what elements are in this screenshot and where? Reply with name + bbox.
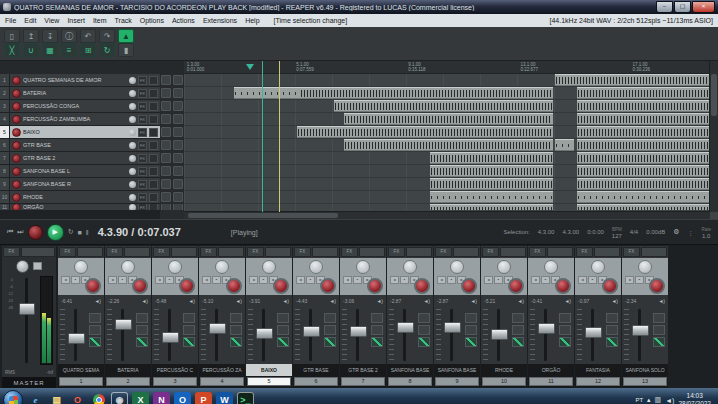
mute-button[interactable]: [161, 88, 171, 98]
track-header[interactable]: BATERIAFX: [10, 87, 160, 99]
record-button[interactable]: [28, 225, 43, 240]
width-button[interactable]: ◂: [531, 276, 540, 284]
fx-slot[interactable]: [218, 247, 244, 257]
fx-button[interactable]: FX: [435, 247, 452, 257]
io-button[interactable]: [465, 313, 477, 323]
pan-knob[interactable]: [129, 155, 136, 162]
title-bar[interactable]: QUATRO SEMANAS DE AMOR - TARCISIO DO ACO…: [0, 0, 718, 14]
volume-fader[interactable]: [444, 322, 461, 333]
width-button[interactable]: ◂: [390, 276, 399, 284]
menu-file[interactable]: File: [5, 17, 16, 24]
pan-knob[interactable]: [638, 260, 652, 274]
audio-item[interactable]: [555, 74, 710, 86]
channel-number[interactable]: 4: [200, 377, 244, 386]
track-row[interactable]: 9SANFONA BASE RFX: [0, 178, 160, 190]
volume-fader[interactable]: [350, 326, 367, 337]
timeline-ruler[interactable]: 1.3.000:01.0005.1.000:07.5599.1.000:15.1…: [184, 61, 718, 74]
record-arm-button[interactable]: [649, 278, 665, 294]
channel-number[interactable]: 3: [153, 377, 197, 386]
io-button[interactable]: [418, 313, 430, 323]
mute-button[interactable]: [161, 101, 171, 111]
pan-knob[interactable]: [129, 129, 136, 136]
width-button[interactable]: ◂: [202, 276, 211, 284]
solo-button[interactable]: [173, 192, 183, 202]
envelope-button[interactable]: [136, 337, 148, 347]
fx-button[interactable]: FX: [138, 102, 147, 111]
repeat-button[interactable]: ↻: [68, 228, 74, 236]
width-button[interactable]: ◂: [437, 276, 446, 284]
fx-button[interactable]: FX: [138, 154, 147, 163]
selection-end[interactable]: 4.3.00: [562, 229, 579, 235]
phase-button[interactable]: [606, 325, 618, 335]
vertical-scrollbar[interactable]: [709, 61, 718, 212]
solo-button[interactable]: [173, 75, 183, 85]
menu-options[interactable]: Options: [140, 17, 164, 24]
record-arm-icon[interactable]: [12, 128, 21, 137]
volume-fader[interactable]: [209, 323, 226, 334]
record-arm-icon[interactable]: [12, 115, 21, 124]
pan-knob[interactable]: [215, 260, 229, 274]
track-row[interactable]: 3PERCUSSÃO CONGAFX: [0, 100, 160, 112]
fx-button[interactable]: FX: [529, 247, 546, 257]
close-button[interactable]: ×: [692, 1, 715, 13]
record-arm-icon[interactable]: [12, 76, 21, 85]
mute-button[interactable]: [161, 166, 171, 176]
fx-slot[interactable]: [406, 247, 432, 257]
fx-button[interactable]: FX: [138, 193, 147, 202]
track-header[interactable]: ORGÃOFX: [10, 204, 160, 210]
fx-button[interactable]: FX: [59, 247, 76, 257]
phase-button[interactable]: [371, 325, 383, 335]
audio-item[interactable]: [334, 100, 553, 112]
audio-item[interactable]: [430, 152, 554, 164]
record-arm-button[interactable]: [414, 278, 430, 294]
fx-slot[interactable]: [453, 247, 479, 257]
master-pan-knob[interactable]: [16, 260, 29, 273]
record-arm-button[interactable]: [226, 278, 242, 294]
fx-button[interactable]: FX: [388, 247, 405, 257]
record-arm-button[interactable]: [555, 278, 571, 294]
width-button[interactable]: ▪: [541, 276, 550, 284]
time-selection-marker[interactable]: [246, 64, 254, 70]
pan-knob[interactable]: [591, 260, 605, 274]
io-button[interactable]: [149, 128, 158, 137]
track-header[interactable]: PERCUSSÃO ZAMBUMBAFX: [10, 113, 160, 125]
envelope-button[interactable]: [324, 337, 336, 347]
master-fx-slot[interactable]: [21, 247, 55, 257]
audio-item[interactable]: [577, 204, 710, 210]
track-row[interactable]: 5BAIXOFX: [0, 126, 160, 138]
fx-slot[interactable]: [124, 247, 150, 257]
mute-button[interactable]: [161, 127, 171, 137]
pan-knob[interactable]: [129, 181, 136, 188]
lock-icon[interactable]: ▮: [118, 43, 134, 57]
phase-button[interactable]: [653, 325, 665, 335]
pan-knob[interactable]: [129, 77, 136, 84]
pan-knob[interactable]: [129, 142, 136, 149]
record-arm-icon[interactable]: [12, 193, 21, 202]
audio-item[interactable]: [430, 178, 554, 190]
envelope-button[interactable]: [418, 337, 430, 347]
snap-icon[interactable]: ∪: [23, 43, 39, 57]
transport-menu-icon[interactable]: ⋮: [687, 229, 693, 236]
envelope-button[interactable]: [465, 337, 477, 347]
network-icon[interactable]: ▥: [655, 396, 662, 404]
width-button[interactable]: ◂: [155, 276, 164, 284]
master-strip[interactable]: FX 0-6-12-24-48 RMS -inf MASTER: [2, 246, 56, 388]
save-project-icon[interactable]: ↧: [42, 29, 58, 43]
speaker-icon[interactable]: ◄): [235, 298, 242, 304]
width-button[interactable]: ▪: [588, 276, 597, 284]
metronome-icon[interactable]: ▲: [118, 29, 134, 43]
record-arm-button[interactable]: [132, 278, 148, 294]
fx-button[interactable]: FX: [138, 180, 147, 189]
audio-item[interactable]: [577, 178, 710, 190]
fx-button[interactable]: FX: [576, 247, 593, 257]
pan-knob[interactable]: [168, 260, 182, 274]
track-header[interactable]: GTR BASE 2FX: [10, 152, 160, 164]
ripple-edit-icon[interactable]: ≡: [61, 43, 77, 57]
envelope-button[interactable]: [606, 337, 618, 347]
terminal-icon[interactable]: >_: [237, 392, 254, 404]
track-row[interactable]: 8SANFONA BASE LFX: [0, 165, 160, 177]
width-button[interactable]: ▪: [118, 276, 127, 284]
track-header[interactable]: RHODEFX: [10, 191, 160, 203]
volume-fader[interactable]: [397, 322, 414, 333]
fx-button[interactable]: FX: [138, 167, 147, 176]
